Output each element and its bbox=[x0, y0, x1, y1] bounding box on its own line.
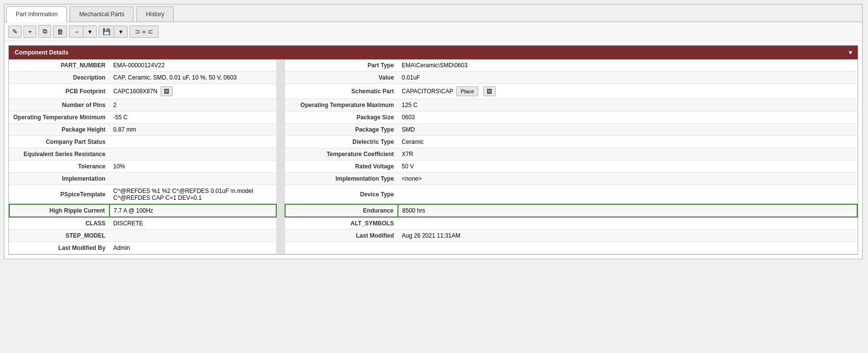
right-label: Implementation Type bbox=[285, 173, 398, 185]
left-value: CAPC1608X87N🖼 bbox=[109, 84, 276, 99]
right-value bbox=[398, 185, 857, 205]
left-value bbox=[109, 173, 276, 185]
column-divider bbox=[276, 111, 285, 124]
save-dropdown-button[interactable]: ▾ bbox=[114, 26, 127, 37]
table-row: Operating Temperature Minimum-55 CPackag… bbox=[9, 111, 857, 124]
table-row: Tolerance10%Rated Voltage50 V bbox=[9, 161, 857, 173]
left-label: STEP_MODEL bbox=[9, 230, 109, 242]
delete-button[interactable]: 🗑 bbox=[53, 26, 67, 38]
right-label: Dielectric Type bbox=[285, 136, 398, 148]
right-value bbox=[398, 217, 857, 230]
column-divider bbox=[276, 230, 285, 242]
left-value bbox=[109, 148, 276, 161]
section-title: Component Details bbox=[15, 49, 68, 56]
table-row: Equivalent Series ResistanceTemperature … bbox=[9, 148, 857, 161]
column-divider bbox=[276, 217, 285, 230]
right-label: Operating Temperature Maximum bbox=[285, 99, 398, 111]
table-row: PART_NUMBEREMA-00000124V22Part TypeEMA\C… bbox=[9, 59, 857, 72]
add-button[interactable]: + bbox=[24, 26, 36, 38]
right-value: EMA\Ceramic\SMD\0603 bbox=[398, 59, 857, 72]
arrow-button[interactable]: → bbox=[70, 26, 83, 37]
schematic-img-button[interactable]: 🖼 bbox=[483, 86, 496, 96]
table-row: Package Height0.87 mmPackage TypeSMD bbox=[9, 124, 857, 136]
column-divider bbox=[276, 161, 285, 173]
right-label: Part Type bbox=[285, 59, 398, 72]
left-label: Description bbox=[9, 72, 109, 84]
left-value: Admin bbox=[109, 242, 276, 254]
column-divider bbox=[276, 136, 285, 148]
table-row: DescriptionCAP, Ceramic, SMD, 0.01 uF, 1… bbox=[9, 72, 857, 84]
table-row: High Ripple Current7.7 A @ 100HzEnduranc… bbox=[9, 204, 857, 217]
right-label: Rated Voltage bbox=[285, 161, 398, 173]
column-divider bbox=[276, 84, 285, 99]
left-label: Operating Temperature Minimum bbox=[9, 111, 109, 124]
right-label: Endurance bbox=[285, 204, 398, 217]
tab-part-information[interactable]: Part Information bbox=[6, 6, 67, 22]
left-label: Company Part Status bbox=[9, 136, 109, 148]
left-value: CAP, Ceramic, SMD, 0.01 uF, 10 %, 50 V, … bbox=[109, 72, 276, 84]
right-label: Last Modified bbox=[285, 230, 398, 242]
table-row: CLASSDISCRETEALT_SYMBOLS bbox=[9, 217, 857, 230]
right-label: Temperature Coefficient bbox=[285, 148, 398, 161]
right-value: 125 C bbox=[398, 99, 857, 111]
column-divider bbox=[276, 185, 285, 205]
left-value: 2 bbox=[109, 99, 276, 111]
left-label: Package Height bbox=[9, 124, 109, 136]
left-label: Number of Pins bbox=[9, 99, 109, 111]
tab-history[interactable]: History bbox=[136, 6, 173, 22]
left-label: Tolerance bbox=[9, 161, 109, 173]
component-details-section: Component Details ▾ PART_NUMBEREMA-00000… bbox=[8, 45, 858, 255]
table-row: Last Modified ByAdmin bbox=[9, 242, 857, 254]
left-value: C^@REFDES %1 %2 C^@REFDES 0.01uF \n.mode… bbox=[109, 185, 276, 205]
column-divider bbox=[276, 124, 285, 136]
right-value: Ceramic bbox=[398, 136, 857, 148]
column-divider bbox=[276, 99, 285, 111]
right-value: 0.01uF bbox=[398, 72, 857, 84]
left-label: Implementation bbox=[9, 173, 109, 185]
right-value: SMD bbox=[398, 124, 857, 136]
main-container: Part Information Mechanical Parts Histor… bbox=[4, 4, 863, 259]
column-divider bbox=[276, 59, 285, 72]
right-value: Aug 26 2021 11:31AM bbox=[398, 230, 857, 242]
arrow-dropdown-button[interactable]: ▾ bbox=[83, 26, 96, 37]
tab-bar: Part Information Mechanical Parts Histor… bbox=[4, 4, 862, 22]
save-group: 💾 ▾ bbox=[99, 26, 128, 38]
right-value: 8500 hrs bbox=[398, 204, 857, 217]
left-label: PART_NUMBER bbox=[9, 59, 109, 72]
toolbar: ✎ + ⧉ 🗑 → ▾ 💾 ▾ ⊃ = ⊂ bbox=[4, 22, 862, 41]
right-value bbox=[398, 242, 857, 254]
table-row: PCB FootprintCAPC1608X87N🖼Schematic Part… bbox=[9, 84, 857, 99]
table-row: Company Part StatusDielectric TypeCerami… bbox=[9, 136, 857, 148]
column-divider bbox=[276, 242, 285, 254]
table-row: Number of Pins2Operating Temperature Max… bbox=[9, 99, 857, 111]
left-label: High Ripple Current bbox=[9, 204, 109, 217]
save-button[interactable]: 💾 bbox=[99, 26, 114, 37]
right-label: Schematic Part bbox=[285, 84, 398, 99]
pcb-footprint-img-button[interactable]: 🖼 bbox=[160, 86, 173, 96]
eq-button[interactable]: ⊃ = ⊂ bbox=[130, 26, 158, 38]
section-content: PART_NUMBEREMA-00000124V22Part TypeEMA\C… bbox=[9, 59, 858, 254]
place-button[interactable]: Place bbox=[456, 86, 479, 96]
edit-button[interactable]: ✎ bbox=[8, 26, 22, 38]
left-label: PSpiceTemplate bbox=[9, 185, 109, 205]
collapse-icon[interactable]: ▾ bbox=[849, 49, 852, 56]
left-label: PCB Footprint bbox=[9, 84, 109, 99]
table-row: ImplementationImplementation Type<none> bbox=[9, 173, 857, 185]
right-value: 0603 bbox=[398, 111, 857, 124]
left-value: DISCRETE bbox=[109, 217, 276, 230]
right-label: Device Type bbox=[285, 185, 398, 205]
column-divider bbox=[276, 72, 285, 84]
left-value: -55 C bbox=[109, 111, 276, 124]
right-value: X7R bbox=[398, 148, 857, 161]
left-value: 7.7 A @ 100Hz bbox=[109, 204, 276, 217]
left-value: EMA-00000124V22 bbox=[109, 59, 276, 72]
copy-button[interactable]: ⧉ bbox=[38, 25, 51, 38]
tab-mechanical-parts[interactable]: Mechanical Parts bbox=[70, 6, 133, 22]
details-table: PART_NUMBEREMA-00000124V22Part TypeEMA\C… bbox=[9, 59, 858, 254]
right-value: 50 V bbox=[398, 161, 857, 173]
section-header: Component Details ▾ bbox=[9, 46, 858, 59]
arrow-group: → ▾ bbox=[69, 26, 97, 38]
right-label: Package Type bbox=[285, 124, 398, 136]
table-row: PSpiceTemplateC^@REFDES %1 %2 C^@REFDES … bbox=[9, 185, 857, 205]
right-value: <none> bbox=[398, 173, 857, 185]
